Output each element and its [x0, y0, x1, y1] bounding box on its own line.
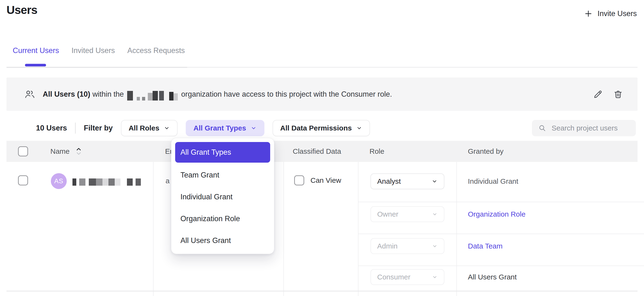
avatar: AS [51, 173, 67, 189]
granted-by-data-team-link[interactable]: Data Team [468, 238, 503, 254]
search-box [532, 120, 636, 136]
banner-bold-text: All Users (10) [43, 90, 90, 98]
can-view-checkbox[interactable] [294, 175, 304, 186]
edit-button[interactable] [593, 89, 603, 99]
invite-users-label: Invite Users [598, 9, 637, 18]
search-input[interactable] [552, 124, 631, 132]
row-divider [6, 291, 638, 292]
banner-mid-text: within the [92, 90, 124, 98]
sub-row-divider [358, 234, 644, 234]
tab-bar: Current Users Invited Users Access Reque… [13, 46, 185, 55]
classified-data-cell: Can View [294, 175, 341, 186]
filter-bar-divider [75, 122, 76, 134]
chevron-down-icon [356, 125, 362, 131]
filter-all-grant-types-button[interactable]: All Grant Types [186, 120, 264, 136]
dropdown-item-individual-grant[interactable]: Individual Grant [175, 186, 270, 208]
filter-all-data-permissions-label: All Data Permissions [280, 124, 352, 132]
role-select-value: Admin [377, 242, 398, 250]
column-header-granted-by[interactable]: Granted by [468, 141, 504, 162]
page-title: Users [6, 3, 37, 16]
pencil-icon [593, 89, 603, 99]
granted-by-organization-role-link[interactable]: Organization Role [468, 206, 526, 222]
banner-end-text: organization have access to this project… [181, 90, 392, 98]
column-header-role[interactable]: Role [370, 141, 384, 162]
tab-current-users[interactable]: Current Users [13, 46, 59, 55]
trash-icon [613, 89, 623, 99]
table-header: Name Email Classified Data Role Granted … [6, 141, 638, 162]
search-icon [538, 124, 546, 132]
dropdown-item-all-grant-types[interactable]: All Grant Types [175, 142, 270, 163]
select-all-checkbox[interactable] [18, 146, 28, 156]
filter-all-data-permissions-button[interactable]: All Data Permissions [272, 120, 370, 136]
filter-all-roles-label: All Roles [128, 124, 159, 132]
all-users-banner: All Users (10) within the organization h… [6, 78, 638, 111]
delete-button[interactable] [613, 89, 623, 99]
filter-bar: 10 Users Filter by All Roles All Grant T… [36, 120, 370, 136]
chevron-down-icon [432, 211, 438, 217]
dropdown-item-all-users-grant[interactable]: All Users Grant [175, 230, 270, 252]
role-select-value: Consumer [377, 273, 410, 281]
sub-row-divider [358, 202, 644, 202]
sub-row-divider [358, 266, 644, 266]
can-view-label: Can View [310, 176, 341, 184]
redacted-organization-name [127, 90, 178, 100]
chevron-down-icon [432, 274, 438, 280]
filter-all-grant-types-label: All Grant Types [194, 124, 246, 132]
role-select-analyst[interactable]: Analyst [370, 174, 444, 189]
role-select-consumer: Consumer [370, 269, 444, 285]
tab-divider-right [187, 67, 638, 68]
grant-type-dropdown-menu: All Grant Types Team Grant Individual Gr… [171, 138, 274, 254]
people-icon [24, 89, 36, 100]
dropdown-item-organization-role[interactable]: Organization Role [175, 208, 270, 230]
banner-actions [593, 89, 623, 99]
column-divider [153, 162, 154, 296]
chevron-down-icon [432, 243, 438, 249]
role-select-admin: Admin [370, 238, 444, 254]
tab-divider-left [6, 67, 187, 68]
redacted-user-name [72, 178, 141, 186]
granted-by-all-users-grant: All Users Grant [468, 269, 516, 285]
banner-text: All Users (10) within the organization h… [43, 89, 392, 99]
user-email-partial: a [166, 177, 170, 185]
filter-by-label: Filter by [84, 124, 113, 132]
chevron-down-icon [432, 178, 438, 184]
plus-icon [584, 9, 593, 18]
column-header-classified-data[interactable]: Classified Data [293, 141, 341, 162]
chevron-down-icon [250, 125, 257, 131]
column-divider [456, 162, 457, 296]
sort-icon[interactable] [76, 146, 82, 156]
tab-invited-users[interactable]: Invited Users [72, 46, 115, 55]
active-tab-indicator [25, 64, 46, 66]
user-count: 10 Users [36, 124, 67, 132]
column-header-name[interactable]: Name [50, 141, 70, 162]
row-checkbox[interactable] [18, 175, 28, 186]
role-select-owner: Owner [370, 206, 444, 222]
role-select-value: Owner [377, 210, 398, 218]
tab-access-requests[interactable]: Access Requests [128, 46, 185, 55]
dropdown-item-team-grant[interactable]: Team Grant [175, 164, 270, 186]
column-divider [358, 162, 358, 296]
chevron-down-icon [164, 125, 170, 131]
filter-all-roles-button[interactable]: All Roles [121, 120, 178, 136]
granted-by-individual-grant: Individual Grant [468, 174, 518, 189]
invite-users-button[interactable]: Invite Users [584, 7, 637, 21]
column-divider [283, 162, 284, 296]
role-select-value: Analyst [377, 177, 401, 186]
